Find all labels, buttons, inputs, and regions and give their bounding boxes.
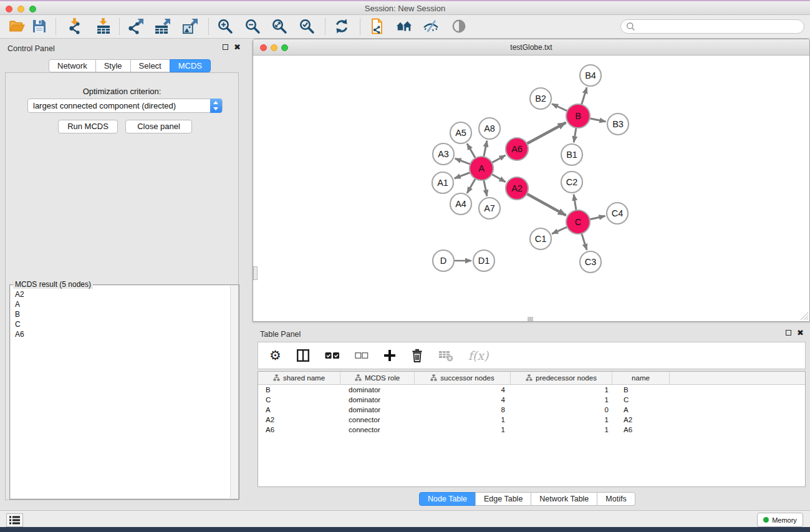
result-item[interactable]: C xyxy=(15,319,238,329)
table-cell[interactable]: 4 xyxy=(415,395,511,405)
function-icon[interactable]: f(x) xyxy=(468,349,489,362)
network-node-A8[interactable]: A8 xyxy=(479,118,500,139)
network-node-B3[interactable]: B3 xyxy=(607,114,629,135)
table-cell[interactable]: 1 xyxy=(511,415,612,425)
tab-edge-table[interactable]: Edge Table xyxy=(475,492,531,506)
network-node-C[interactable]: C xyxy=(566,210,590,234)
table-cell[interactable]: C xyxy=(258,395,340,405)
network-node-A5[interactable]: A5 xyxy=(450,122,471,143)
refresh-icon[interactable] xyxy=(334,18,350,34)
tab-network-table[interactable]: Network Table xyxy=(531,492,597,506)
close-panel-icon[interactable]: ✖ xyxy=(234,44,241,51)
table-row[interactable]: Cdominator41C xyxy=(258,395,805,405)
export-image-icon[interactable] xyxy=(182,18,198,34)
column-header-predecessor-nodes[interactable]: predecessor nodes xyxy=(511,372,612,384)
import-table-icon[interactable] xyxy=(95,18,112,34)
canvas-scrollbar-thumb[interactable] xyxy=(528,317,533,321)
network-node-A7[interactable]: A7 xyxy=(479,198,500,219)
table-cell[interactable]: A6 xyxy=(612,425,670,435)
network-node-B2[interactable]: B2 xyxy=(530,88,551,109)
table-cell[interactable]: dominator xyxy=(340,405,415,415)
table-cell[interactable]: C xyxy=(612,395,670,405)
table-cell[interactable]: A xyxy=(612,405,670,415)
delete-icon[interactable] xyxy=(411,349,423,362)
optimization-criterion-select[interactable]: largest connected component (directed) xyxy=(27,99,223,113)
task-history-button[interactable] xyxy=(6,513,23,527)
table-cell[interactable]: B xyxy=(258,385,340,395)
table-row[interactable]: A6connector11A6 xyxy=(258,425,805,435)
column-header-MCDS-role[interactable]: MCDS role xyxy=(340,372,415,384)
network-window-titlebar[interactable]: testGlobe.txt xyxy=(253,39,809,56)
save-session-icon[interactable] xyxy=(31,18,47,34)
table-cell[interactable]: 1 xyxy=(415,425,511,435)
network-canvas[interactable]: AA1A2A3A4A5A6A7A8BB1B2B3B4CC1C2C3C4DD1 xyxy=(253,56,809,321)
network-node-B4[interactable]: B4 xyxy=(580,65,601,86)
result-item[interactable]: A2 xyxy=(15,289,238,299)
zoom-selected-icon[interactable] xyxy=(299,18,315,34)
zoom-out-icon[interactable] xyxy=(244,18,261,34)
main-titlebar[interactable]: Session: New Session xyxy=(0,1,810,15)
network-node-C4[interactable]: C4 xyxy=(607,203,628,224)
network-node-B[interactable]: B xyxy=(566,104,590,128)
import-network-icon[interactable] xyxy=(67,18,83,34)
table-cell[interactable]: A6 xyxy=(258,425,340,435)
close-panel-button[interactable]: Close panel xyxy=(125,120,192,133)
select-all-icon[interactable] xyxy=(325,351,340,360)
columns-icon[interactable] xyxy=(296,349,310,362)
network-node-A4[interactable]: A4 xyxy=(450,193,471,215)
open-file-icon[interactable] xyxy=(9,18,25,34)
float-table-panel-icon[interactable] xyxy=(786,330,791,336)
result-item[interactable]: B xyxy=(15,309,238,319)
result-item[interactable]: A6 xyxy=(15,329,238,339)
delete-table-icon[interactable] xyxy=(438,349,453,362)
show-graphics-details-icon[interactable] xyxy=(451,18,467,34)
table-row[interactable]: A2connector11A2 xyxy=(258,415,805,425)
network-node-A1[interactable]: A1 xyxy=(432,172,453,193)
memory-button[interactable]: Memory xyxy=(757,513,803,527)
settings-icon[interactable]: ⚙ xyxy=(269,349,281,362)
table-cell[interactable]: connector xyxy=(340,425,415,435)
add-icon[interactable] xyxy=(383,349,396,362)
table-cell[interactable]: 8 xyxy=(415,405,511,415)
table-cell[interactable]: A xyxy=(258,405,340,415)
export-table-icon[interactable] xyxy=(155,18,171,34)
table-cell[interactable]: 0 xyxy=(511,405,612,415)
table-cell[interactable]: 1 xyxy=(415,415,511,425)
table-cell[interactable]: dominator xyxy=(340,385,415,395)
table-row[interactable]: Bdominator41B xyxy=(258,385,805,395)
network-node-C1[interactable]: C1 xyxy=(530,228,551,249)
table-cell[interactable]: 1 xyxy=(511,385,612,395)
result-item[interactable]: A xyxy=(15,299,238,309)
resize-grip-icon[interactable] xyxy=(799,311,809,321)
network-node-B1[interactable]: B1 xyxy=(561,144,582,165)
table-cell[interactable]: A2 xyxy=(258,415,340,425)
deselect-all-icon[interactable] xyxy=(355,351,369,360)
tab-network[interactable]: Network xyxy=(49,59,96,72)
network-node-A3[interactable]: A3 xyxy=(433,143,454,165)
column-header-name[interactable]: name xyxy=(612,372,670,384)
clone-network-icon[interactable] xyxy=(369,18,385,34)
canvas-scrollbar-fragment[interactable] xyxy=(253,266,258,280)
tab-node-table[interactable]: Node Table xyxy=(419,492,476,506)
float-panel-icon[interactable] xyxy=(223,44,228,50)
search-input[interactable] xyxy=(620,19,804,34)
close-table-panel-icon[interactable]: ✖ xyxy=(797,329,804,336)
tab-select[interactable]: Select xyxy=(130,59,170,72)
network-node-A6[interactable]: A6 xyxy=(506,138,528,160)
network-node-C2[interactable]: C2 xyxy=(561,172,582,193)
table-row[interactable]: Adominator80A xyxy=(258,405,805,415)
table-cell[interactable]: B xyxy=(612,385,670,395)
tab-mcds[interactable]: MCDS xyxy=(170,59,211,72)
network-node-C3[interactable]: C3 xyxy=(580,251,601,273)
hide-graphics-details-icon[interactable] xyxy=(423,18,439,34)
zoom-in-icon[interactable] xyxy=(217,18,233,34)
table-cell[interactable]: 1 xyxy=(511,395,612,405)
column-header-shared-name[interactable]: shared name xyxy=(258,372,340,384)
cybrowser-home-icon[interactable] xyxy=(396,18,412,34)
network-node-D[interactable]: D xyxy=(433,250,454,271)
tab-style[interactable]: Style xyxy=(95,59,131,72)
network-node-A2[interactable]: A2 xyxy=(506,177,528,200)
network-node-D1[interactable]: D1 xyxy=(473,250,494,271)
table-cell[interactable]: connector xyxy=(340,415,415,425)
result-scrollbar[interactable] xyxy=(230,286,238,498)
